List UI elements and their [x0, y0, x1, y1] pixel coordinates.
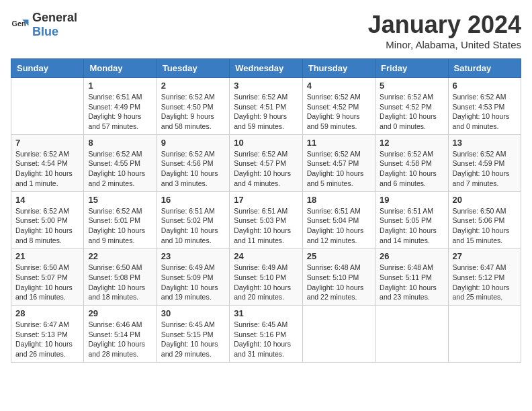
day-number: 26: [380, 251, 443, 261]
day-detail: Sunrise: 6:50 AM Sunset: 5:08 PM Dayligh…: [88, 263, 152, 302]
calendar-cell: 11Sunrise: 6:52 AM Sunset: 4:57 PM Dayli…: [302, 134, 375, 191]
day-detail: Sunrise: 6:52 AM Sunset: 4:55 PM Dayligh…: [88, 149, 152, 189]
day-detail: Sunrise: 6:52 AM Sunset: 4:58 PM Dayligh…: [380, 149, 443, 189]
day-number: 8: [88, 138, 152, 148]
day-detail: Sunrise: 6:52 AM Sunset: 4:59 PM Dayligh…: [453, 149, 517, 189]
calendar-cell: 27Sunrise: 6:47 AM Sunset: 5:12 PM Dayli…: [448, 248, 521, 306]
day-detail: Sunrise: 6:52 AM Sunset: 4:52 PM Dayligh…: [380, 92, 443, 132]
weekday-header-monday: Monday: [84, 59, 157, 78]
day-detail: Sunrise: 6:52 AM Sunset: 4:54 PM Dayligh…: [15, 149, 79, 189]
day-number: 24: [234, 251, 298, 261]
day-number: 14: [15, 195, 79, 205]
day-number: 17: [234, 195, 298, 205]
calendar-location: Minor, Alabama, United States: [368, 39, 521, 50]
day-detail: Sunrise: 6:52 AM Sunset: 4:50 PM Dayligh…: [161, 92, 225, 132]
day-detail: Sunrise: 6:50 AM Sunset: 5:07 PM Dayligh…: [15, 263, 79, 302]
day-detail: Sunrise: 6:47 AM Sunset: 5:12 PM Dayligh…: [453, 263, 517, 302]
weekday-header-thursday: Thursday: [302, 59, 375, 78]
weekday-header-tuesday: Tuesday: [157, 59, 229, 78]
day-detail: Sunrise: 6:49 AM Sunset: 5:09 PM Dayligh…: [161, 263, 225, 302]
day-detail: Sunrise: 6:48 AM Sunset: 5:11 PM Dayligh…: [380, 263, 443, 302]
calendar-cell: [375, 306, 448, 363]
day-number: 25: [307, 251, 371, 261]
calendar-cell: 19Sunrise: 6:51 AM Sunset: 5:05 PM Dayli…: [375, 191, 448, 248]
day-number: 5: [380, 81, 443, 91]
day-number: 3: [234, 81, 298, 91]
calendar-cell: [302, 306, 375, 363]
calendar-cell: 9Sunrise: 6:52 AM Sunset: 4:56 PM Daylig…: [157, 134, 229, 191]
calendar-cell: [448, 306, 521, 363]
day-detail: Sunrise: 6:51 AM Sunset: 5:03 PM Dayligh…: [234, 206, 298, 246]
day-detail: Sunrise: 6:46 AM Sunset: 5:14 PM Dayligh…: [88, 320, 152, 359]
day-number: 29: [88, 308, 152, 318]
day-number: 21: [15, 251, 79, 261]
calendar-cell: 16Sunrise: 6:51 AM Sunset: 5:02 PM Dayli…: [157, 191, 229, 248]
title-block: January 2024 Minor, Alabama, United Stat…: [368, 11, 521, 50]
weekday-header-saturday: Saturday: [448, 59, 521, 78]
calendar-cell: 8Sunrise: 6:52 AM Sunset: 4:55 PM Daylig…: [84, 134, 157, 191]
week-row-1: 1Sunrise: 6:51 AM Sunset: 4:49 PM Daylig…: [11, 78, 521, 135]
day-number: 9: [161, 138, 225, 148]
day-detail: Sunrise: 6:51 AM Sunset: 4:49 PM Dayligh…: [88, 92, 152, 132]
week-row-5: 28Sunrise: 6:47 AM Sunset: 5:13 PM Dayli…: [11, 306, 521, 363]
day-detail: Sunrise: 6:51 AM Sunset: 5:02 PM Dayligh…: [161, 206, 225, 246]
calendar-cell: 21Sunrise: 6:50 AM Sunset: 5:07 PM Dayli…: [11, 248, 84, 306]
day-detail: Sunrise: 6:52 AM Sunset: 4:53 PM Dayligh…: [453, 92, 517, 132]
calendar-cell: 15Sunrise: 6:52 AM Sunset: 5:01 PM Dayli…: [84, 191, 157, 248]
day-detail: Sunrise: 6:52 AM Sunset: 4:51 PM Dayligh…: [234, 92, 298, 132]
day-number: 6: [453, 81, 517, 91]
day-number: 27: [453, 251, 517, 261]
day-detail: Sunrise: 6:52 AM Sunset: 4:57 PM Dayligh…: [234, 149, 298, 189]
logo-text-general: General: [32, 11, 77, 24]
day-detail: Sunrise: 6:52 AM Sunset: 5:00 PM Dayligh…: [15, 206, 79, 246]
calendar-cell: 3Sunrise: 6:52 AM Sunset: 4:51 PM Daylig…: [230, 78, 302, 135]
day-number: 30: [161, 308, 225, 318]
calendar-cell: 28Sunrise: 6:47 AM Sunset: 5:13 PM Dayli…: [11, 306, 84, 363]
day-number: 1: [88, 81, 152, 91]
day-number: 31: [234, 308, 298, 318]
day-number: 4: [307, 81, 371, 91]
calendar-cell: 22Sunrise: 6:50 AM Sunset: 5:08 PM Dayli…: [84, 248, 157, 306]
logo-icon: Gen: [11, 15, 30, 34]
day-detail: Sunrise: 6:45 AM Sunset: 5:16 PM Dayligh…: [234, 320, 298, 359]
day-number: 28: [15, 308, 79, 318]
day-detail: Sunrise: 6:48 AM Sunset: 5:10 PM Dayligh…: [307, 263, 371, 302]
calendar-cell: [11, 78, 84, 135]
day-number: 19: [380, 195, 443, 205]
calendar-cell: 25Sunrise: 6:48 AM Sunset: 5:10 PM Dayli…: [302, 248, 375, 306]
day-detail: Sunrise: 6:51 AM Sunset: 5:05 PM Dayligh…: [380, 206, 443, 246]
day-detail: Sunrise: 6:52 AM Sunset: 4:56 PM Dayligh…: [161, 149, 225, 189]
calendar-cell: 7Sunrise: 6:52 AM Sunset: 4:54 PM Daylig…: [11, 134, 84, 191]
calendar-cell: 13Sunrise: 6:52 AM Sunset: 4:59 PM Dayli…: [448, 134, 521, 191]
day-detail: Sunrise: 6:50 AM Sunset: 5:06 PM Dayligh…: [453, 206, 517, 246]
calendar-cell: 18Sunrise: 6:51 AM Sunset: 5:04 PM Dayli…: [302, 191, 375, 248]
week-row-3: 14Sunrise: 6:52 AM Sunset: 5:00 PM Dayli…: [11, 191, 521, 248]
day-number: 23: [161, 251, 225, 261]
weekday-header-wednesday: Wednesday: [230, 59, 302, 78]
day-detail: Sunrise: 6:49 AM Sunset: 5:10 PM Dayligh…: [234, 263, 298, 302]
day-number: 2: [161, 81, 225, 91]
calendar-cell: 4Sunrise: 6:52 AM Sunset: 4:52 PM Daylig…: [302, 78, 375, 135]
day-detail: Sunrise: 6:52 AM Sunset: 4:57 PM Dayligh…: [307, 149, 371, 189]
calendar-cell: 24Sunrise: 6:49 AM Sunset: 5:10 PM Dayli…: [230, 248, 302, 306]
calendar-cell: 26Sunrise: 6:48 AM Sunset: 5:11 PM Dayli…: [375, 248, 448, 306]
weekday-header-friday: Friday: [375, 59, 448, 78]
day-number: 18: [307, 195, 371, 205]
calendar-cell: 17Sunrise: 6:51 AM Sunset: 5:03 PM Dayli…: [230, 191, 302, 248]
day-detail: Sunrise: 6:45 AM Sunset: 5:15 PM Dayligh…: [161, 320, 225, 359]
calendar-table: SundayMondayTuesdayWednesdayThursdayFrid…: [11, 58, 521, 363]
page-header: Gen General Blue January 2024 Minor, Ala…: [11, 11, 521, 50]
calendar-cell: 23Sunrise: 6:49 AM Sunset: 5:09 PM Dayli…: [157, 248, 229, 306]
calendar-cell: 14Sunrise: 6:52 AM Sunset: 5:00 PM Dayli…: [11, 191, 84, 248]
calendar-cell: 1Sunrise: 6:51 AM Sunset: 4:49 PM Daylig…: [84, 78, 157, 135]
calendar-title: January 2024: [368, 11, 521, 39]
day-number: 20: [453, 195, 517, 205]
day-number: 13: [453, 138, 517, 148]
week-row-4: 21Sunrise: 6:50 AM Sunset: 5:07 PM Dayli…: [11, 248, 521, 306]
day-number: 22: [88, 251, 152, 261]
day-detail: Sunrise: 6:47 AM Sunset: 5:13 PM Dayligh…: [15, 320, 79, 359]
day-number: 10: [234, 138, 298, 148]
calendar-cell: 20Sunrise: 6:50 AM Sunset: 5:06 PM Dayli…: [448, 191, 521, 248]
day-number: 12: [380, 138, 443, 148]
day-detail: Sunrise: 6:52 AM Sunset: 5:01 PM Dayligh…: [88, 206, 152, 246]
